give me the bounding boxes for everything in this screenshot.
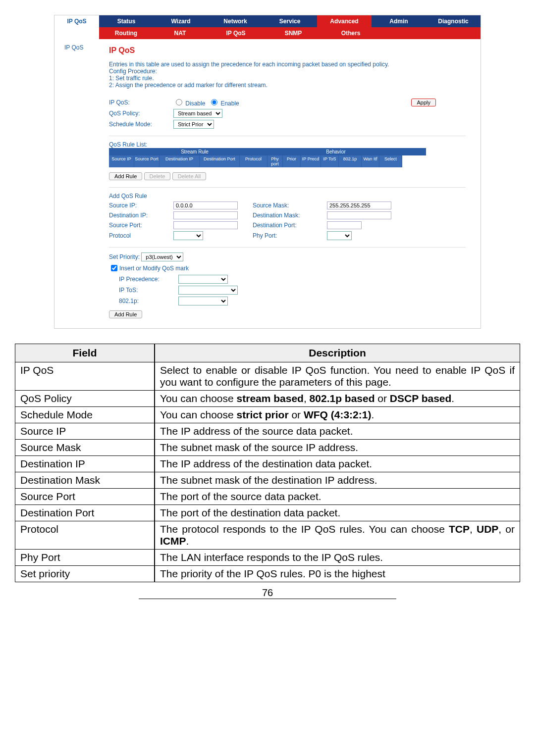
phy-port-select[interactable] xyxy=(327,231,352,240)
dest-ip-input[interactable] xyxy=(173,211,238,219)
source-port-label: Source Port: xyxy=(109,222,173,229)
ip-precedence-select[interactable] xyxy=(178,275,228,284)
field-description-table: Field Description IP QoSSelect to enable… xyxy=(15,344,520,582)
dest-mask-label: Destination Mask: xyxy=(238,212,327,219)
tab-admin[interactable]: Admin xyxy=(372,15,426,27)
delete-button[interactable]: Delete xyxy=(144,172,171,180)
sidebar-item[interactable]: IP QoS xyxy=(54,39,104,328)
add-rule-button[interactable]: Add Rule xyxy=(109,172,142,180)
ipqos-enable-radio[interactable]: Enable xyxy=(209,98,239,107)
sidebar-title: IP QoS xyxy=(54,15,99,39)
schedule-mode-label: Schedule Mode: xyxy=(109,121,173,128)
ip-precedence-label: IP Precedence: xyxy=(109,276,178,283)
set-priority-select[interactable]: p3(Lowest) xyxy=(141,252,183,261)
source-ip-input[interactable] xyxy=(173,202,238,209)
insert-modify-checkbox[interactable] xyxy=(111,265,117,271)
page-title: IP QoS xyxy=(109,46,466,55)
add-rule-button-2[interactable]: Add Rule xyxy=(109,310,142,318)
subtab-others[interactable]: Others xyxy=(322,27,379,39)
router-screenshot: IP QoS Status Wizard Network Service Adv… xyxy=(54,15,481,329)
dest-port-label: Destination Port: xyxy=(238,222,327,229)
ip-tos-label: IP ToS: xyxy=(109,287,178,294)
delete-all-button[interactable]: Delete All xyxy=(172,172,206,180)
qos-rule-table: Stream Rule Behavior Source IP Source Po… xyxy=(109,148,426,167)
schedule-mode-select[interactable]: Strict Prior xyxy=(173,120,214,129)
dest-ip-label: Destination IP: xyxy=(109,212,173,219)
qos-policy-label: QoS Policy: xyxy=(109,110,173,117)
source-mask-label: Source Mask: xyxy=(238,202,327,209)
sub-tabs: Routing NAT IP QoS SNMP Others xyxy=(99,27,481,39)
table-header-desc: Description xyxy=(155,344,520,362)
set-priority-label: Set Priority: xyxy=(109,253,140,260)
subtab-nat[interactable]: NAT xyxy=(153,27,207,39)
8021p-label: 802.1p: xyxy=(109,298,178,304)
tab-network[interactable]: Network xyxy=(208,15,263,27)
dest-mask-input[interactable] xyxy=(327,211,391,219)
add-qos-rule-label: Add QoS Rule xyxy=(109,193,466,200)
stream-rule-header: Stream Rule xyxy=(109,148,280,155)
table-row: Destination PortThe port of the destinat… xyxy=(15,505,520,521)
intro-text: Entries in this table are used to assign… xyxy=(109,61,466,89)
table-row: Source IPThe IP address of the source da… xyxy=(15,423,520,440)
phy-port-label: Phy Port: xyxy=(203,232,327,239)
tab-service[interactable]: Service xyxy=(263,15,317,27)
source-mask-input[interactable] xyxy=(327,202,391,209)
behavior-header: Behavior xyxy=(280,148,391,155)
8021p-select[interactable] xyxy=(178,297,228,305)
table-row: IP QoSSelect to enable or disable IP QoS… xyxy=(15,362,520,391)
insert-modify-label: Insert or Modify QoS mark xyxy=(119,265,189,272)
ipqos-disable-radio[interactable]: Disable xyxy=(173,98,205,107)
tab-diagnostic[interactable]: Diagnostic xyxy=(426,15,481,27)
subtab-ipqos[interactable]: IP QoS xyxy=(207,27,265,39)
protocol-label: Protocol xyxy=(109,232,173,239)
table-row: Destination MaskThe subnet mask of the d… xyxy=(15,472,520,489)
source-port-input[interactable] xyxy=(173,221,238,229)
table-row: Schedule ModeYou can choose strict prior… xyxy=(15,407,520,423)
ip-tos-select[interactable] xyxy=(178,286,238,295)
tab-status[interactable]: Status xyxy=(99,15,154,27)
ipqos-label: IP QoS: xyxy=(109,99,173,106)
tab-advanced[interactable]: Advanced xyxy=(317,15,372,27)
table-row: QoS PolicyYou can choose stream based, 8… xyxy=(15,391,520,407)
table-row: Destination IPThe IP address of the dest… xyxy=(15,456,520,472)
dest-port-input[interactable] xyxy=(327,221,362,229)
table-row: ProtocolThe protocol responds to the IP … xyxy=(15,521,520,550)
subtab-snmp[interactable]: SNMP xyxy=(265,27,322,39)
table-row: Set priorityThe priority of the IP QoS r… xyxy=(15,566,520,582)
subtab-routing[interactable]: Routing xyxy=(99,27,153,39)
protocol-select[interactable] xyxy=(173,231,203,240)
apply-button[interactable]: Apply xyxy=(411,99,436,106)
table-header-field: Field xyxy=(15,344,155,362)
qos-policy-select[interactable]: Stream based xyxy=(173,109,222,118)
table-row: Source PortThe port of the source data p… xyxy=(15,489,520,505)
table-row: Source MaskThe subnet mask of the source… xyxy=(15,440,520,456)
main-tabs: Status Wizard Network Service Advanced A… xyxy=(99,15,481,27)
table-row: Phy PortThe LAN interface responds to th… xyxy=(15,550,520,566)
page-number: 76 xyxy=(10,587,525,599)
tab-wizard[interactable]: Wizard xyxy=(154,15,208,27)
qos-rule-list-label: QoS Rule List: xyxy=(109,141,466,148)
source-ip-label: Source IP: xyxy=(109,202,173,209)
